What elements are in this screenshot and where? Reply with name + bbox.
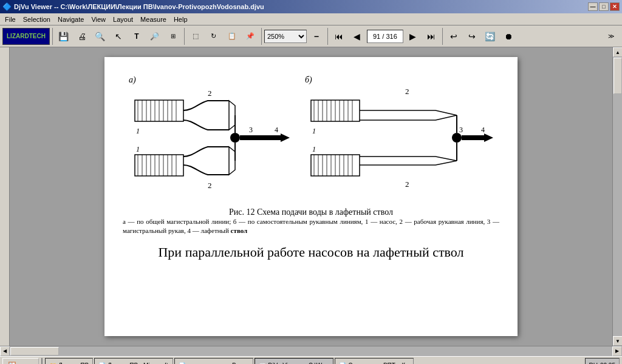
diagram-b-container: б) 2 — [305, 72, 493, 200]
hscroll-track — [10, 346, 612, 356]
caption-title: Рис. 12 Схема подачи воды в лафетный ств… — [123, 207, 499, 217]
back-button[interactable]: ↩ — [445, 28, 462, 45]
start-button[interactable]: 🪟 пуск — [2, 358, 39, 364]
diagram-b-svg: 2 1 — [305, 85, 493, 200]
lizardtech-logo: LIZARDTECH — [2, 28, 50, 45]
upper-nozzle-b — [436, 110, 457, 120]
junction-dot-b — [452, 133, 462, 143]
separator-1 — [52, 28, 53, 45]
nozzle-a — [229, 101, 235, 130]
clock: 22:35 — [600, 362, 615, 365]
taskbar-label-1: Лекции ПВ — [58, 362, 89, 365]
caption-description: а — по общей магистральной линии; б — по… — [123, 217, 499, 236]
main-area: а) 2 — [0, 47, 622, 346]
menu-measure[interactable]: Measure — [137, 15, 170, 24]
label-2-top-b: 2 — [405, 87, 409, 96]
next-page-button[interactable]: ▶ — [405, 28, 422, 45]
menu-view[interactable]: View — [87, 15, 109, 24]
print-button[interactable]: 🖨 — [73, 28, 91, 45]
separator-4 — [327, 28, 328, 45]
forward-button[interactable]: ↪ — [463, 28, 480, 45]
caption-text: а — по общей магистральной линии; б — по… — [123, 218, 499, 234]
taskbar-label-3: сопротивления В ра... — [188, 362, 250, 365]
close-button[interactable]: ✕ — [610, 2, 620, 11]
first-page-button[interactable]: ⏮ — [330, 28, 347, 45]
start-label: пуск — [19, 362, 33, 364]
scroll-up-button[interactable]: ▲ — [613, 47, 622, 57]
document-page: а) 2 — [104, 57, 518, 336]
arrow-a — [281, 133, 290, 142]
stop-button[interactable]: ⏺ — [500, 28, 517, 45]
menu-navigate[interactable]: Navigate — [54, 15, 87, 24]
hscroll-thumb[interactable] — [10, 347, 59, 356]
taskbar-label-2: Лекции ПВ - Microsoft... — [108, 362, 173, 365]
crop-button[interactable]: ⬚ — [187, 28, 204, 45]
menu-layout[interactable]: Layout — [109, 15, 137, 24]
text-button[interactable]: T — [128, 28, 145, 45]
label-2-bottom-b: 2 — [405, 180, 409, 189]
taskbar-item-5[interactable]: 📄 Справочник РПТ.pdf... — [335, 358, 414, 364]
scroll-thumb[interactable] — [613, 58, 622, 94]
separator-5 — [442, 28, 443, 45]
taskbar-items: 📁 Лекции ПВ 📄 Лекции ПВ - Microsoft... 📄… — [45, 358, 583, 364]
zoom-select[interactable]: 250% — [264, 30, 307, 43]
refresh-button[interactable]: 🔄 — [482, 28, 499, 45]
taskbar-item-1[interactable]: 📁 Лекции ПВ — [45, 358, 93, 364]
window-title: DjVu Viewer -- C:\Work\ЛЕКЦИИ\Лекции ПВ\… — [14, 3, 264, 10]
content-area: а) 2 — [10, 47, 612, 346]
title-bar-controls: — □ ✕ — [588, 2, 620, 11]
scroll-track — [613, 57, 622, 336]
prev-page-button[interactable]: ◀ — [349, 28, 366, 45]
taskbar-item-4[interactable]: 📖 DjVu Viewer -- С:\Wo... — [255, 358, 333, 364]
right-scrollbar[interactable]: ▲ ▼ — [612, 47, 622, 346]
paste-button[interactable]: 📌 — [242, 28, 259, 45]
taskbar-label-4: DjVu Viewer -- С:\Wo... — [268, 362, 330, 365]
label-3-a: 3 — [249, 126, 253, 134]
scroll-down-button[interactable]: ▼ — [613, 336, 622, 346]
lower-pipe-a — [183, 165, 229, 175]
zoom-out-small[interactable]: − — [308, 28, 325, 45]
zoom-in-button[interactable]: 🔎 — [146, 28, 163, 45]
menu-file[interactable]: File — [1, 15, 19, 24]
minimize-button[interactable]: — — [588, 2, 598, 11]
system-tray: RU 22:35 — [585, 358, 620, 364]
copy-button[interactable]: 📋 — [224, 28, 241, 45]
taskbar-item-3[interactable]: 📄 сопротивления В ра... — [174, 358, 253, 364]
taskbar: 🪟 пуск 📁 Лекции ПВ 📄 Лекции ПВ - Microso… — [0, 356, 622, 364]
horizontal-scrollbar: ◀ ▶ — [0, 346, 622, 356]
taskbar-item-2[interactable]: 📄 Лекции ПВ - Microsoft... — [94, 358, 173, 364]
toolbar: LIZARDTECH 💾 🖨 🔍 ↖ T 🔎 ⊞ ⬚ ↻ 📋 📌 250% − … — [0, 25, 622, 47]
label-3-b: 3 — [459, 126, 463, 134]
last-page-button[interactable]: ⏭ — [423, 28, 440, 45]
caption-area: Рис. 12 Схема подачи воды в лафетный ств… — [123, 207, 499, 236]
maximize-button[interactable]: □ — [599, 2, 609, 11]
page-input[interactable] — [367, 30, 403, 43]
left-scrollbar — [0, 47, 10, 346]
select-button[interactable]: ↖ — [110, 28, 127, 45]
bottom-heading: При параллельной работе насосов на лафет… — [123, 244, 499, 260]
label-2-bottom-a: 2 — [208, 181, 212, 190]
title-bar-left: 🔷 DjVu Viewer -- C:\Work\ЛЕКЦИИ\Лекции П… — [2, 2, 264, 11]
arrow-b — [484, 133, 493, 142]
menu-selection[interactable]: Selection — [19, 15, 54, 24]
expand-button[interactable]: ≫ — [603, 28, 620, 45]
separator-3 — [261, 28, 262, 45]
label-1-upper-a: 1 — [136, 127, 140, 135]
rotate-button[interactable]: ↻ — [205, 28, 222, 45]
menu-bar: File Selection Navigate View Layout Meas… — [0, 13, 622, 25]
search-button[interactable]: 🔍 — [92, 28, 109, 45]
hscroll-right-button[interactable]: ▶ — [612, 346, 622, 356]
menu-help[interactable]: Help — [170, 15, 191, 24]
label-2-top-a: 2 — [208, 89, 212, 98]
hscroll-left-button[interactable]: ◀ — [0, 346, 10, 356]
zoom-fit-button[interactable]: ⊞ — [165, 28, 182, 45]
label-4-a: 4 — [275, 126, 278, 134]
separator-2 — [184, 28, 185, 45]
upper-pipe-a — [183, 101, 229, 110]
taskbar-icon-4: 📖 — [259, 362, 266, 365]
save-button[interactable]: 💾 — [55, 28, 72, 45]
taskbar-icon-3: 📄 — [179, 362, 186, 365]
upper-pipe-lower-a — [183, 120, 229, 130]
label-1-lower-a: 1 — [136, 145, 140, 153]
diagram-a-container: а) 2 — [129, 72, 293, 200]
